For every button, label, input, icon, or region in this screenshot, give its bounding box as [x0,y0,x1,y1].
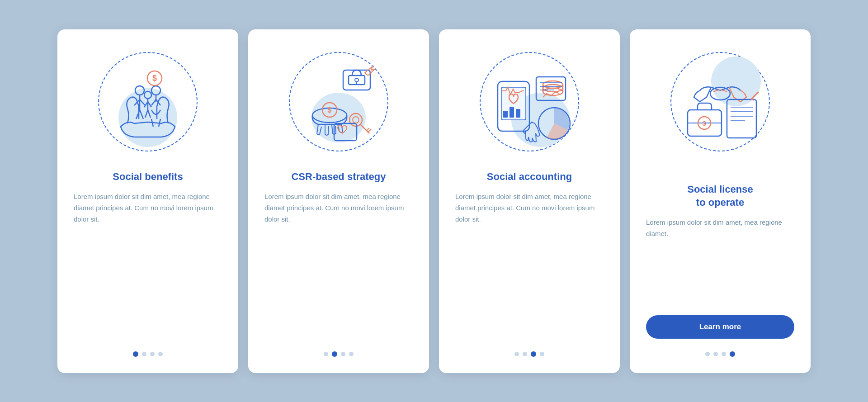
card1-dots [133,351,163,357]
dot-2-active [332,351,337,357]
card4-svg: $ [675,57,765,147]
card-social-license: $ Social licenseto operate Lorem ipsum d… [630,29,811,373]
card2-title: CSR-based strategy [291,170,386,184]
svg-rect-35 [503,111,508,118]
svg-text:$: $ [703,120,706,127]
card4-title: Social licenseto operate [687,170,753,209]
card-social-accounting: Social accounting Lorem ipsum dolor sit … [439,29,620,373]
svg-text:$: $ [152,74,157,83]
card2-svg: $ [293,57,384,147]
svg-line-14 [151,99,156,105]
svg-line-30 [367,128,369,131]
svg-point-48 [710,87,730,100]
card1-title: Social benefits [113,170,183,184]
svg-rect-20 [343,70,370,90]
dot-3-1 [514,352,519,356]
svg-line-11 [148,110,151,118]
card4-dots [705,351,735,357]
card3-body: Lorem ipsum dolor sit dim amet, mea regi… [455,191,604,338]
svg-text:$: $ [328,106,332,114]
cards-container: $ Social benefits Lorem ipsum dolor sit … [39,11,829,391]
card-social-benefits: $ Social benefits Lorem ipsum dolor sit … [57,29,238,373]
dot-2-1 [324,352,328,356]
svg-line-5 [140,110,143,119]
card3-svg [484,57,575,147]
dot-4-3 [722,352,726,356]
card4-body: Lorem ipsum dolor sit dim amet, mea regi… [646,217,794,307]
dot-1-active [133,351,138,357]
card1-svg: $ [103,57,193,147]
dot-2-3 [341,352,345,356]
svg-point-6 [144,91,151,99]
dot-3-2 [523,352,527,356]
svg-line-54 [751,92,759,99]
dot-1-2 [142,352,146,356]
svg-line-10 [145,110,148,118]
card3-illustration [475,47,584,156]
dot-4-active [730,351,735,357]
svg-line-15 [156,99,160,105]
svg-point-12 [151,86,160,95]
learn-more-button[interactable]: Learn more [646,315,794,339]
dot-1-3 [150,352,155,356]
card2-dots [324,351,354,357]
svg-line-31 [368,129,371,132]
card1-illustration: $ [94,47,202,156]
svg-rect-37 [516,109,520,118]
dot-2-4 [349,352,354,356]
svg-point-28 [353,117,359,123]
svg-point-22 [355,78,359,82]
dot-4-2 [713,352,718,356]
svg-rect-36 [509,107,514,118]
card3-title: Social accounting [487,170,572,184]
dot-3-active [531,351,536,357]
card-csr-strategy: $ CSR-based strategy Lorem ipsum dolor s… [248,29,429,373]
svg-line-3 [140,99,145,105]
dot-4-1 [705,352,710,356]
card2-illustration: $ [284,47,393,156]
dot-3-4 [540,352,544,356]
card3-dots [514,351,544,357]
card4-illustration: $ [666,47,774,156]
card1-body: Lorem ipsum dolor sit dim amet, mea regi… [74,191,222,338]
card2-body: Lorem ipsum dolor sit dim amet, mea regi… [264,191,413,338]
svg-rect-49 [727,99,756,138]
svg-point-0 [135,86,144,95]
dot-1-4 [158,352,163,356]
